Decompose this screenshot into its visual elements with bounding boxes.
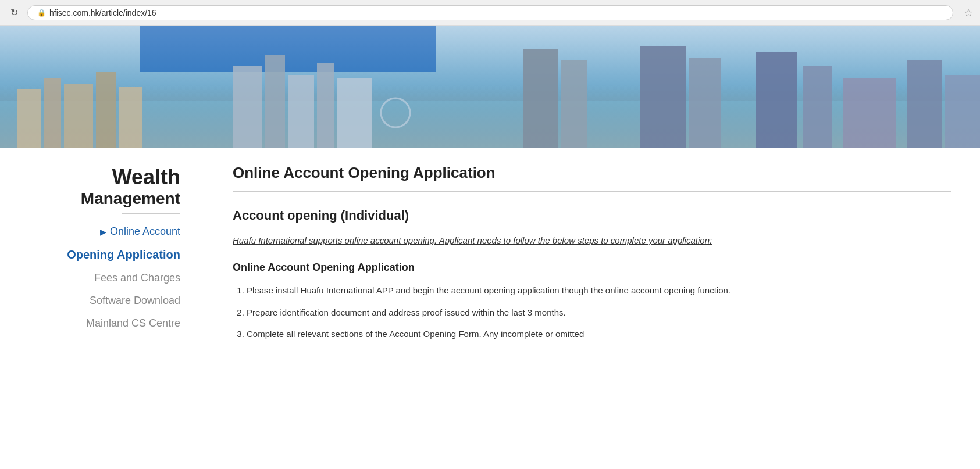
svg-rect-9 [317, 63, 334, 148]
svg-rect-3 [64, 84, 93, 148]
svg-rect-17 [803, 66, 832, 148]
svg-rect-8 [288, 75, 314, 148]
sidebar-item-mainland-cs[interactable]: Mainland CS Centre [0, 317, 180, 330]
url-bar[interactable]: 🔒 hfisec.com.hk/article/index/16 [27, 5, 953, 20]
svg-rect-0 [0, 101, 980, 148]
main-content: Online Account Opening Application Accou… [209, 148, 980, 469]
section-heading: Account opening (Individual) [233, 208, 951, 223]
sidebar-item-fees-charges[interactable]: Fees and Charges [0, 272, 180, 284]
sidebar-item-software-download[interactable]: Software Download [0, 295, 180, 307]
city-skyline-svg [0, 43, 980, 148]
page-title: Online Account Opening Application [233, 164, 951, 182]
opening-application-link[interactable]: Opening Application [67, 248, 180, 261]
section-subheading: Online Account Opening Application [233, 262, 951, 274]
intro-text: Huafu International supports online acco… [233, 234, 951, 248]
sidebar-item-online-account[interactable]: ▶ Online Account [0, 225, 180, 238]
fees-charges-link[interactable]: Fees and Charges [94, 272, 180, 284]
url-text: hfisec.com.hk/article/index/16 [49, 8, 156, 17]
title-divider [233, 191, 951, 192]
svg-rect-5 [119, 87, 142, 148]
sidebar-item-opening-application[interactable]: Opening Application [0, 248, 180, 262]
lock-icon: 🔒 [37, 9, 46, 17]
svg-rect-2 [44, 78, 61, 148]
step-item-2: Prepare identification document and addr… [247, 305, 951, 320]
sidebar-title-wealth: Wealth [0, 165, 198, 189]
svg-rect-7 [265, 55, 285, 148]
arrow-icon: ▶ [100, 227, 106, 237]
svg-rect-20 [945, 75, 980, 148]
svg-rect-16 [756, 52, 797, 148]
svg-rect-6 [233, 66, 262, 148]
sidebar-nav: ▶ Online Account Opening Application Fee… [0, 225, 198, 330]
browser-bar: ↻ 🔒 hfisec.com.hk/article/index/16 ☆ [0, 0, 980, 26]
software-download-link[interactable]: Software Download [90, 295, 180, 306]
mainland-cs-link[interactable]: Mainland CS Centre [86, 317, 180, 329]
bookmark-button[interactable]: ☆ [964, 6, 973, 19]
svg-rect-4 [96, 72, 116, 148]
step-item-1: Please install Huafu International APP a… [247, 283, 951, 298]
svg-rect-18 [843, 78, 896, 148]
svg-rect-10 [337, 78, 372, 148]
steps-list: Please install Huafu International APP a… [233, 283, 951, 342]
online-account-link[interactable]: Online Account [110, 225, 180, 238]
sidebar-title-management: Management [0, 189, 198, 208]
step-item-3: Complete all relevant sections of the Ac… [247, 327, 951, 342]
svg-rect-15 [689, 58, 721, 148]
svg-rect-14 [640, 46, 686, 148]
reload-button[interactable]: ↻ [7, 6, 22, 19]
sidebar-divider [122, 213, 180, 214]
page-content: Wealth Management ▶ Online Account Openi… [0, 148, 980, 469]
svg-rect-13 [561, 60, 587, 148]
svg-rect-19 [907, 60, 942, 148]
hero-banner [0, 26, 980, 148]
sidebar: Wealth Management ▶ Online Account Openi… [0, 148, 209, 469]
svg-rect-1 [17, 89, 41, 148]
svg-rect-12 [523, 49, 558, 148]
